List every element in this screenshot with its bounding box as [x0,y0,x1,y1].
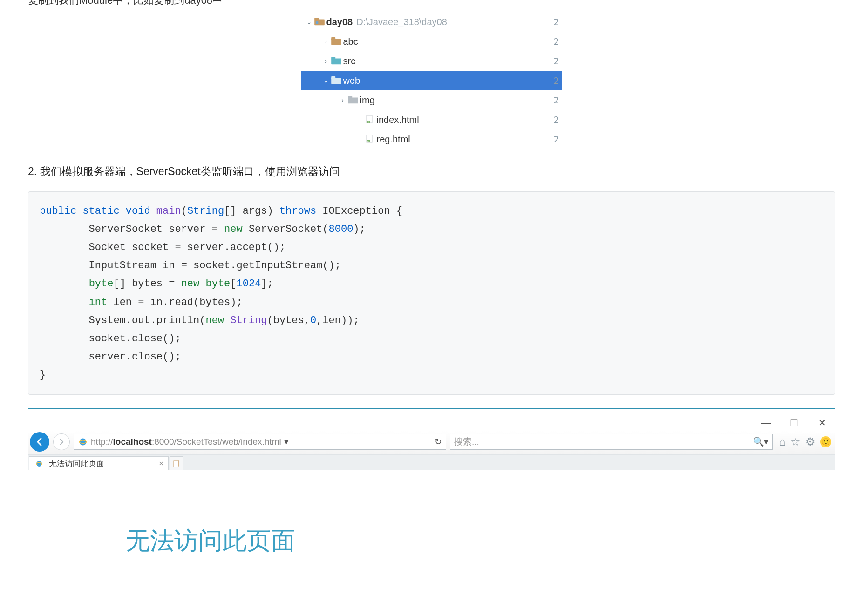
svg-rect-3 [331,39,341,45]
svg-text:H: H [367,140,369,143]
search-dropdown-icon[interactable]: ▾ [762,435,768,449]
svg-rect-10 [348,96,352,98]
chevron-down-icon[interactable]: ⌄ [305,17,313,27]
svg-rect-9 [348,98,358,104]
tree-item-label: index.html [376,112,419,127]
chevron-right-icon[interactable]: › [322,56,330,66]
browser-tab[interactable]: 无法访问此页面 × [29,456,169,470]
tab-title: 无法访问此页面 [49,457,104,470]
favorites-icon[interactable]: ☆ [790,433,801,451]
gutter-number: 2 [553,73,559,88]
svg-text:H: H [367,121,369,123]
url-host: localhost [113,435,152,449]
svg-rect-6 [331,57,335,59]
folder-icon [347,96,359,104]
gutter-number: 2 [553,93,559,108]
ie-logo-icon [34,459,44,469]
search-icon[interactable]: 🔍 [749,435,762,449]
close-button[interactable]: ✕ [814,415,830,430]
url-prefix: http:// [91,435,113,449]
step-2-text: 2. 我们模拟服务器端，ServerSocket类监听端口，使用浏览器访问 [28,163,835,180]
html-file-icon: H [364,135,376,144]
url-dropdown-icon[interactable]: ▾ [281,435,292,449]
back-button[interactable] [30,432,49,452]
html-file-icon: H [364,115,376,124]
browser-toolbar: http://localhost:8000/SocketTest/web/ind… [28,431,835,454]
gear-icon[interactable]: ⚙ [805,433,815,451]
minimize-button[interactable]: — [758,415,775,430]
svg-point-17 [80,439,87,446]
chevron-right-icon[interactable]: › [339,95,347,105]
tree-root-label: day08 [326,14,353,29]
svg-rect-7 [331,78,341,84]
folder-icon [330,37,342,46]
tree-item-label: reg.html [376,132,410,147]
project-tree-screenshot: ⌄ day08 D:\Javaee_318\day08 2 ›abc2›src2… [28,12,835,149]
tree-root[interactable]: ⌄ day08 D:\Javaee_318\day08 2 [301,12,562,32]
error-page-title: 无法访问此页面 [126,521,835,560]
gutter-number: 2 [553,14,559,29]
chevron-right-icon[interactable]: › [322,36,330,47]
tree-item-label: web [342,73,360,88]
tree-row[interactable]: Hreg.html2 [301,129,562,149]
new-tab-button[interactable] [170,456,183,470]
chevron-down-icon[interactable]: ⌄ [322,75,330,86]
gutter-number: 2 [553,34,559,49]
gutter-number: 2 [553,112,559,127]
refresh-button[interactable]: ↻ [429,435,442,449]
home-icon[interactable]: ⌂ [779,433,786,451]
tree-item-label: img [359,93,375,108]
svg-rect-2 [315,21,318,24]
svg-point-19 [36,461,42,467]
code-block: public static void main(String[] args) t… [28,191,835,395]
gutter-number: 2 [553,132,559,147]
forward-button[interactable] [53,433,70,450]
ie-logo-icon [78,437,88,447]
folder-icon [330,76,342,85]
search-placeholder: 搜索... [454,435,479,449]
folder-icon [330,57,342,65]
feedback-icon[interactable]: 🙂 [820,436,831,447]
svg-rect-1 [314,18,319,20]
tree-row[interactable]: ›abc2 [301,32,562,51]
tree-row[interactable]: Hindex.html2 [301,110,562,129]
tree-row[interactable]: ⌄web2 [301,71,562,90]
cutoff-heading: 复制到我们Module中，比如复制到day08中 [28,0,835,7]
svg-rect-4 [331,37,335,40]
browser-tabstrip: 无法访问此页面 × [28,454,835,470]
tree-item-label: abc [342,34,358,49]
svg-rect-8 [331,76,335,79]
module-folder-icon [313,18,326,26]
maximize-button[interactable]: ☐ [786,415,802,430]
browser-screenshot: — ☐ ✕ http://localhost:8000/SocketTest/w… [28,408,835,588]
tree-item-label: src [342,54,356,68]
gutter-number: 2 [553,54,559,68]
tree-row[interactable]: ›src2 [301,51,562,71]
svg-rect-21 [174,461,178,467]
url-rest: :8000/SocketTest/web/index.html [152,435,281,449]
tab-close-icon[interactable]: × [159,457,163,470]
tree-row[interactable]: ›img2 [301,90,562,110]
browser-viewport: 无法访问此页面 [28,470,835,588]
svg-rect-5 [331,59,341,65]
window-titlebar: — ☐ ✕ [28,413,835,431]
address-bar[interactable]: http://localhost:8000/SocketTest/web/ind… [74,434,446,450]
tree-root-path: D:\Javaee_318\day08 [353,14,447,29]
search-box[interactable]: 搜索... 🔍 ▾ [450,434,773,450]
